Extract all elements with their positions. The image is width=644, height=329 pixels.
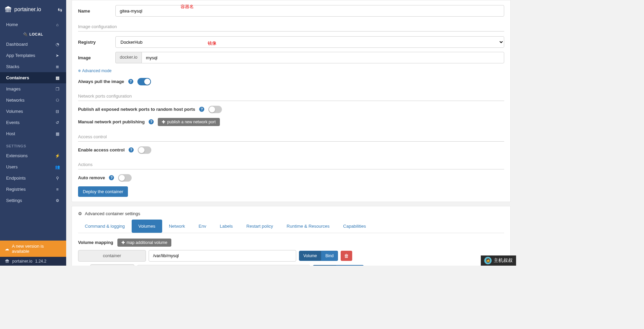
hdd-icon: ⊟ <box>55 109 60 114</box>
image-prefix: docker.io <box>115 52 141 63</box>
volume-row-volume: → volume mysql - local Writable Read-onl… <box>78 264 504 266</box>
manual-port-label: Manual network port publishing <box>78 119 145 124</box>
sidebar-item-settings[interactable]: Settings ⚙ <box>0 195 66 206</box>
settings-header: SETTINGS <box>0 139 66 150</box>
rocket-icon: ➤ <box>55 53 60 58</box>
auto-remove-label: Auto remove <box>78 175 105 180</box>
tab-env[interactable]: Env <box>192 220 213 233</box>
sidebar-item-dashboard[interactable]: Dashboard ◔ <box>0 39 66 50</box>
tachometer-icon: ◔ <box>55 42 60 47</box>
image-config-header: Image configuration <box>78 21 504 32</box>
auto-remove-toggle[interactable] <box>118 174 132 182</box>
avatar-icon: 🧔 <box>484 257 492 264</box>
sidebar-item-images[interactable]: Images ❐ <box>0 83 66 95</box>
sidebar-item-endpoints[interactable]: Endpoints ⚲ <box>0 172 66 184</box>
sidebar-item-users[interactable]: Users 👥 <box>0 161 66 172</box>
help-icon[interactable]: ? <box>149 119 154 124</box>
globe-icon: ⊕ <box>78 69 81 73</box>
volume-type-bind[interactable]: Bind <box>321 251 338 261</box>
name-label: Name <box>78 8 115 14</box>
tab-restart-policy[interactable]: Restart policy <box>240 220 280 233</box>
endpoint-label[interactable]: 🔌LOCAL <box>0 30 66 39</box>
gear-icon: ⚙ <box>78 211 82 216</box>
access-control-label: Enable access control <box>78 147 125 152</box>
map-volume-button[interactable]: ✚ map additional volume <box>117 239 171 247</box>
always-pull-label: Always pull the image <box>78 79 124 84</box>
bolt-icon: ⚡ <box>55 153 60 158</box>
logo[interactable]: portainer.io <box>4 5 41 14</box>
tab-runtime-resources[interactable]: Runtime & Resources <box>280 220 336 233</box>
tab-capabilities[interactable]: Capabilities <box>336 220 373 233</box>
cogs-icon: ⚙ <box>55 198 60 203</box>
th-icon: ▦ <box>55 131 60 136</box>
help-icon[interactable]: ? <box>129 147 134 152</box>
container-path-input[interactable] <box>149 250 296 262</box>
sidebar-item-host[interactable]: Host ▦ <box>0 128 66 139</box>
sidebar-item-home[interactable]: Home ⌂ <box>0 19 66 30</box>
sidebar-item-app-templates[interactable]: App Templates ➤ <box>0 50 66 61</box>
tab-volumes[interactable]: Volumes <box>132 220 162 233</box>
server-icon: ▤ <box>55 76 60 80</box>
logo-icon <box>4 5 12 14</box>
sidebar-item-stacks[interactable]: Stacks ≣ <box>0 61 66 72</box>
delete-volume-button[interactable]: 🗑 <box>341 251 352 261</box>
registry-label: Registry <box>78 40 115 45</box>
advanced-tabs: Command & logging Volumes Network Env La… <box>78 220 504 233</box>
home-icon: ⌂ <box>55 22 60 27</box>
actions-header: Actions <box>78 159 504 169</box>
database-icon: ≡ <box>55 187 60 192</box>
sitemap-icon: ⚇ <box>55 98 60 103</box>
name-input[interactable] <box>115 5 504 17</box>
always-pull-toggle[interactable] <box>137 78 151 85</box>
container-path-label: container <box>78 250 146 262</box>
tab-network[interactable]: Network <box>162 220 192 233</box>
network-ports-header: Network ports configuration <box>78 90 504 101</box>
tab-command-logging[interactable]: Command & logging <box>78 220 132 233</box>
advanced-settings-title: ⚙ Advanced container settings <box>78 211 504 216</box>
main-content: Name 容器名 Image configuration Registry Do… <box>66 0 516 266</box>
cloud-download-icon: ☁ <box>5 246 9 251</box>
access-control-header: Access control <box>78 131 504 142</box>
sidebar-header: portainer.io ⇆ <box>0 0 66 19</box>
sidebar-item-volumes[interactable]: Volumes ⊟ <box>0 106 66 117</box>
deploy-button[interactable]: Deploy the container <box>78 186 128 197</box>
image-input[interactable] <box>141 52 504 63</box>
sidebar-item-networks[interactable]: Networks ⚇ <box>0 95 66 106</box>
access-control-toggle[interactable] <box>138 146 151 154</box>
plug-icon: 🔌 <box>23 32 28 36</box>
volume-mode-group: Writable Read-only <box>313 265 364 266</box>
plus-icon: ✚ <box>121 240 125 245</box>
volume-select[interactable]: mysql - local <box>137 265 310 266</box>
publish-all-toggle[interactable] <box>208 106 222 113</box>
collapse-icon[interactable]: ⇆ <box>58 6 62 13</box>
sidebar-version: portainer.io 1.24.2 <box>0 257 66 266</box>
help-icon[interactable]: ? <box>109 175 114 180</box>
publish-port-button[interactable]: ✚ publish a new network port <box>158 118 220 126</box>
plus-icon: ✚ <box>162 120 165 124</box>
users-icon: 👥 <box>55 165 60 169</box>
registry-select[interactable]: DockerHub <box>115 36 504 48</box>
help-icon[interactable]: ? <box>128 79 133 84</box>
image-label: Image <box>78 55 115 60</box>
volume-mapping-label: Volume mapping <box>78 240 113 245</box>
watermark: 🧔 主机叔叔 <box>481 255 516 266</box>
logo-text: portainer.io <box>14 6 41 13</box>
sidebar-item-registries[interactable]: Registries ≡ <box>0 184 66 195</box>
update-banner[interactable]: ☁ A new version is available <box>0 241 66 257</box>
volume-row-container: container Volume Bind 🗑 <box>78 250 504 262</box>
volume-mode-writable[interactable]: Writable <box>313 265 337 266</box>
help-icon[interactable]: ? <box>199 107 204 112</box>
volume-type-volume[interactable]: Volume <box>299 251 321 261</box>
advanced-settings-panel: ⚙ Advanced container settings Command & … <box>72 206 511 266</box>
sidebar-item-containers[interactable]: Containers ▤ <box>0 72 66 83</box>
volume-type-group: Volume Bind <box>299 251 338 261</box>
history-icon: ↺ <box>55 120 60 125</box>
publish-all-label: Publish all exposed network ports to ran… <box>78 107 195 112</box>
sidebar-item-extensions[interactable]: Extensions ⚡ <box>0 150 66 161</box>
advanced-mode-link[interactable]: ⊕ Advanced mode <box>78 68 112 73</box>
plug-icon: ⚲ <box>55 176 60 181</box>
logo-mini-icon <box>5 259 10 264</box>
sidebar-item-events[interactable]: Events ↺ <box>0 117 66 128</box>
volume-mode-readonly[interactable]: Read-only <box>337 265 364 266</box>
tab-labels[interactable]: Labels <box>213 220 240 233</box>
